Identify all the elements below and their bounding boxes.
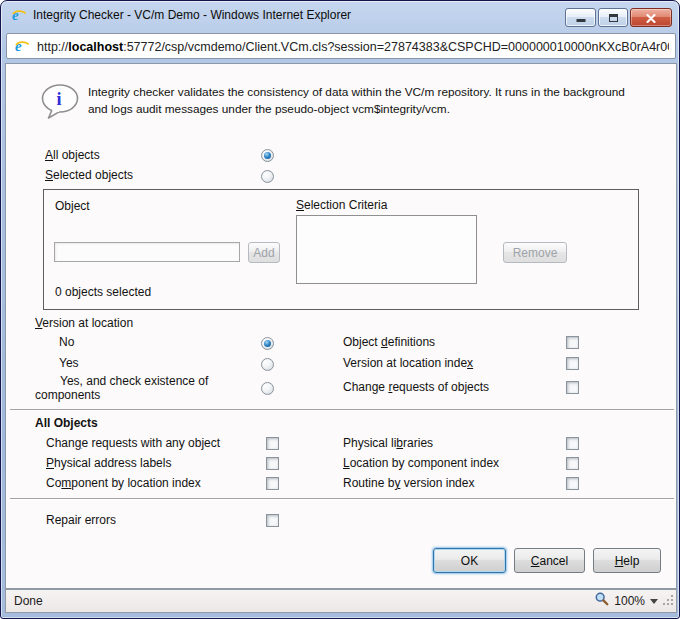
repair-errors-label: Repair errors xyxy=(46,513,116,527)
zoom-level: 100% xyxy=(614,594,645,608)
vl-yes-radio[interactable] xyxy=(261,358,274,371)
vl-no-label: No xyxy=(59,335,74,349)
cancel-button[interactable]: Cancel xyxy=(514,548,585,573)
url-host: localhost xyxy=(68,40,123,54)
physical-libraries-label: Physical libraries xyxy=(343,436,433,450)
all-objects-section-header: All Objects xyxy=(35,416,98,430)
remove-button[interactable]: Remove xyxy=(503,242,567,263)
location-by-component-index-label: Location by component index xyxy=(343,456,499,470)
change-requests-objects-checkbox[interactable] xyxy=(566,381,579,394)
ie-logo-icon: e xyxy=(14,38,30,54)
physical-address-labels-label: Physical address labels xyxy=(46,456,171,470)
version-at-location-index-label: Version at location index xyxy=(343,356,473,370)
object-input[interactable] xyxy=(54,242,240,262)
objects-selected-count: 0 objects selected xyxy=(55,285,151,299)
all-objects-label: All objects xyxy=(45,148,100,162)
restore-button[interactable] xyxy=(598,8,628,27)
repair-errors-checkbox[interactable] xyxy=(266,514,279,527)
physical-libraries-checkbox[interactable] xyxy=(566,437,579,450)
separator xyxy=(10,498,674,500)
browser-window: e Integrity Checker - VC/m Demo - Window… xyxy=(0,0,680,619)
vl-yes-label: Yes xyxy=(59,356,79,370)
address-bar[interactable]: e http://localhost:57772/csp/vcmdemo/Cli… xyxy=(6,33,676,59)
dialog-content: i Integrity checker validates the consis… xyxy=(5,63,677,589)
object-definitions-label: Object definitions xyxy=(343,335,435,349)
object-selection-groupbox: Object Add Selection Criteria Remove 0 o… xyxy=(43,189,639,310)
vl-yes-check-radio[interactable] xyxy=(261,382,274,395)
add-button[interactable]: Add xyxy=(248,242,280,263)
info-speech-bubble-icon: i xyxy=(40,83,80,125)
close-icon xyxy=(646,9,656,27)
selected-objects-label: Selected objects xyxy=(45,168,133,182)
zoom-magnifier-icon xyxy=(595,592,609,610)
info-message: Integrity checker validates the consiste… xyxy=(88,84,644,118)
ie-logo-icon: e xyxy=(11,7,27,23)
change-requests-any-object-checkbox[interactable] xyxy=(266,437,279,450)
help-button[interactable]: Help xyxy=(593,548,661,573)
object-label: Object xyxy=(55,199,90,213)
location-by-component-index-checkbox[interactable] xyxy=(566,457,579,470)
restore-icon xyxy=(609,14,618,22)
routine-by-version-index-checkbox[interactable] xyxy=(566,477,579,490)
resize-grip-icon[interactable] xyxy=(663,592,674,610)
minimize-icon xyxy=(576,19,585,22)
component-by-location-index-label: Component by location index xyxy=(46,476,201,490)
selected-objects-radio[interactable] xyxy=(261,170,274,183)
separator xyxy=(10,409,674,411)
url-text: http://localhost:57772/csp/vcmdemo/Clien… xyxy=(37,40,669,54)
svg-text:e: e xyxy=(12,7,19,23)
vl-no-radio[interactable] xyxy=(261,337,274,350)
svg-text:i: i xyxy=(57,89,62,109)
title-bar[interactable]: e Integrity Checker - VC/m Demo - Window… xyxy=(1,1,679,30)
version-at-location-header: Version at location xyxy=(35,316,133,330)
close-button[interactable] xyxy=(630,8,672,27)
dropdown-caret-icon[interactable] xyxy=(650,599,658,604)
zoom-control[interactable]: 100% xyxy=(595,590,658,612)
url-path: :57772/csp/vcmdemo/Client.VCm.cls?sessio… xyxy=(123,40,669,54)
vl-yes-check-label: Yes, and check existence of components xyxy=(35,374,253,402)
physical-address-labels-checkbox[interactable] xyxy=(266,457,279,470)
change-requests-any-object-label: Change requests with any object xyxy=(46,436,220,450)
svg-text:e: e xyxy=(15,38,22,54)
caption-buttons xyxy=(565,8,672,27)
object-definitions-checkbox[interactable] xyxy=(566,336,579,349)
component-by-location-index-checkbox[interactable] xyxy=(266,477,279,490)
ok-button[interactable]: OK xyxy=(433,548,506,573)
all-objects-radio[interactable] xyxy=(261,149,274,162)
minimize-button[interactable] xyxy=(565,8,596,27)
change-requests-objects-label: Change requests of objects xyxy=(343,380,489,394)
status-text: Done xyxy=(14,594,43,608)
url-protocol: http:// xyxy=(37,40,68,54)
version-at-location-index-checkbox[interactable] xyxy=(566,357,579,370)
window-title: Integrity Checker - VC/m Demo - Windows … xyxy=(33,8,351,22)
address-bar-row: e http://localhost:57772/csp/vcmdemo/Cli… xyxy=(1,30,679,63)
routine-by-version-index-label: Routine by version index xyxy=(343,476,474,490)
status-bar: Done 100% xyxy=(5,589,677,613)
selection-criteria-listbox[interactable] xyxy=(296,215,477,284)
selection-criteria-label: Selection Criteria xyxy=(296,198,387,212)
